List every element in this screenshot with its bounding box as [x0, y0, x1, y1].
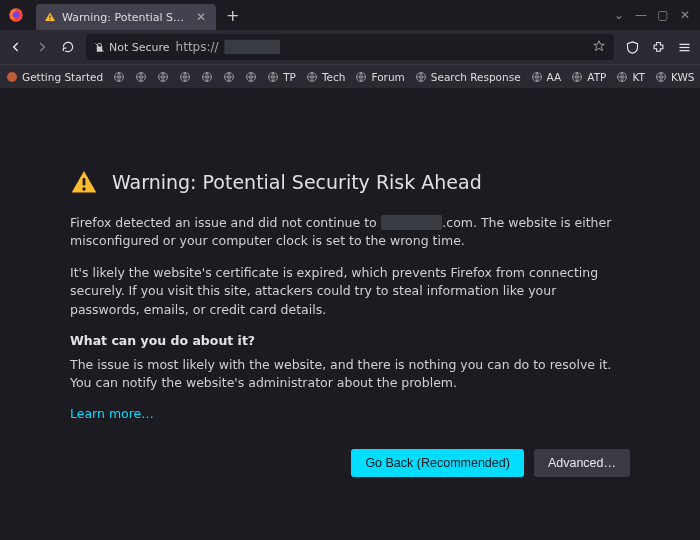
svg-rect-6 [679, 46, 689, 47]
lock-strikethrough-icon [94, 42, 105, 53]
navigation-toolbar: Not Secure https://██████ [0, 30, 700, 64]
tab-close-button[interactable]: ✕ [194, 10, 208, 24]
url-bar[interactable]: Not Secure https://██████ [86, 34, 614, 60]
advanced-button[interactable]: Advanced… [534, 449, 630, 477]
svg-point-28 [82, 187, 85, 190]
warning-tab-icon [44, 11, 56, 23]
tab-title: Warning: Potential Security Ris [62, 11, 188, 24]
bookmark-tp[interactable]: TP [267, 71, 296, 83]
bookmark-item[interactable] [113, 71, 125, 83]
globe-icon [179, 71, 191, 83]
url-redacted: ██████ [225, 40, 280, 54]
globe-icon [223, 71, 235, 83]
globe-icon [157, 71, 169, 83]
error-description-3: The issue is most likely with the websit… [70, 356, 630, 392]
bookmark-atp[interactable]: ATP [571, 71, 606, 83]
globe-icon [655, 71, 667, 83]
svg-rect-27 [83, 178, 86, 186]
new-tab-button[interactable]: + [226, 6, 239, 25]
globe-icon [135, 71, 147, 83]
svg-rect-3 [50, 19, 51, 20]
globe-icon [616, 71, 628, 83]
back-button[interactable] [8, 39, 24, 55]
svg-rect-5 [679, 43, 689, 44]
globe-icon [531, 71, 543, 83]
globe-icon [201, 71, 213, 83]
security-chip[interactable]: Not Secure [94, 41, 170, 54]
bookmark-search-response[interactable]: Search Response [415, 71, 521, 83]
url-scheme: https:// [176, 40, 219, 54]
reload-button[interactable] [60, 39, 76, 55]
error-page-content: Warning: Potential Security Risk Ahead F… [0, 88, 700, 477]
globe-icon [415, 71, 427, 83]
bookmark-item[interactable] [245, 71, 257, 83]
bookmark-getting-started[interactable]: Getting Started [6, 71, 103, 83]
globe-icon [306, 71, 318, 83]
bookmark-forum[interactable]: Forum [355, 71, 404, 83]
svg-point-1 [13, 12, 20, 19]
bookmark-item[interactable] [135, 71, 147, 83]
not-secure-label: Not Secure [109, 41, 170, 54]
bookmark-star-button[interactable] [592, 39, 606, 56]
globe-icon [571, 71, 583, 83]
bookmark-kws[interactable]: KWS [655, 71, 695, 83]
shield-button[interactable] [624, 39, 640, 55]
globe-icon [113, 71, 125, 83]
tabs-dropdown-button[interactable]: ⌄ [614, 8, 624, 22]
firefox-icon [6, 71, 18, 83]
what-can-you-do-heading: What can you do about it? [70, 333, 630, 348]
bookmark-item[interactable] [179, 71, 191, 83]
firefox-logo-icon [8, 7, 24, 23]
svg-rect-7 [679, 50, 689, 51]
globe-icon [267, 71, 279, 83]
app-menu-button[interactable] [676, 39, 692, 55]
bookmarks-toolbar: Getting Started TP Tech Forum Search Res… [0, 64, 700, 88]
titlebar: Warning: Potential Security Ris ✕ + ⌄ — … [0, 0, 700, 30]
bookmark-item[interactable] [157, 71, 169, 83]
bookmark-kt[interactable]: KT [616, 71, 644, 83]
error-description-1: Firefox detected an issue and did not co… [70, 214, 630, 250]
go-back-button[interactable]: Go Back (Recommended) [351, 449, 524, 477]
bookmark-item[interactable] [223, 71, 235, 83]
browser-tab[interactable]: Warning: Potential Security Ris ✕ [36, 4, 216, 30]
globe-icon [245, 71, 257, 83]
window-maximize-button[interactable]: ▢ [658, 8, 668, 22]
learn-more-link[interactable]: Learn more… [70, 406, 154, 421]
globe-icon [355, 71, 367, 83]
bookmark-tech[interactable]: Tech [306, 71, 346, 83]
error-description-2: It's likely the website's certificate is… [70, 264, 630, 318]
bookmark-aa[interactable]: AA [531, 71, 562, 83]
svg-point-8 [7, 72, 17, 82]
window-minimize-button[interactable]: — [636, 8, 646, 22]
svg-rect-2 [50, 16, 51, 19]
page-title: Warning: Potential Security Risk Ahead [112, 171, 482, 193]
extensions-button[interactable] [650, 39, 666, 55]
forward-button[interactable] [34, 39, 50, 55]
warning-triangle-icon [70, 168, 98, 196]
window-close-button[interactable]: ✕ [680, 8, 690, 22]
bookmark-item[interactable] [201, 71, 213, 83]
